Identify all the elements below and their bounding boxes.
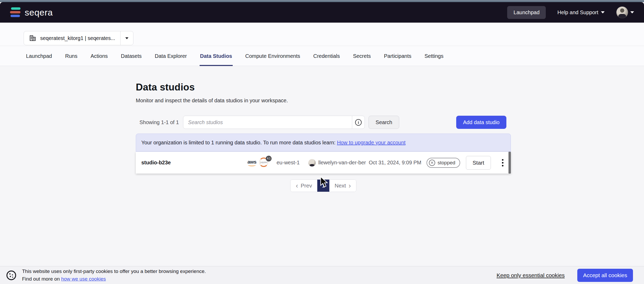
tab-data-studios[interactable]: Data Studios xyxy=(200,46,233,66)
chevron-right-icon: › xyxy=(349,182,351,189)
page-title: Data studios xyxy=(136,66,511,93)
search-button[interactable]: Search xyxy=(368,116,399,129)
launchpad-button[interactable]: Launchpad xyxy=(507,6,546,19)
tab-secrets[interactable]: Secrets xyxy=(352,46,371,66)
cookie-icon xyxy=(6,270,17,281)
chevron-down-icon xyxy=(125,37,128,39)
pagination-page-1[interactable]: 1 xyxy=(317,180,329,192)
limit-banner-text: Your organization is limited to 1 runnin… xyxy=(141,140,337,145)
upgrade-account-link[interactable]: How to upgrade your account xyxy=(337,140,406,145)
organization-dropdown-toggle[interactable] xyxy=(120,31,133,45)
studio-date: Oct 31, 2024, 9:09 PM xyxy=(369,160,427,166)
owner-avatar xyxy=(308,159,316,166)
add-data-studio-button[interactable]: Add data studio xyxy=(456,116,506,129)
start-button[interactable]: Start xyxy=(466,156,491,170)
tab-compute-environments[interactable]: Compute Environments xyxy=(245,46,301,66)
owner-name: llewelyn-van-der-ber xyxy=(318,160,366,166)
search-input[interactable] xyxy=(183,116,352,129)
user-avatar xyxy=(616,6,628,18)
window-top-edge xyxy=(0,0,644,2)
tab-settings[interactable]: Settings xyxy=(424,46,444,66)
main-content: Data studios Monitor and inspect the det… xyxy=(0,66,644,192)
pagination-next-button[interactable]: Next › xyxy=(329,180,356,192)
list-controls: Showing 1-1 of 1 i Search Add data studi… xyxy=(136,116,511,129)
help-and-support-menu[interactable]: Help and Support xyxy=(557,9,605,16)
info-icon: i xyxy=(355,119,362,126)
cookie-policy-link[interactable]: how we use cookies xyxy=(61,276,106,282)
table-scrollbar[interactable] xyxy=(508,152,511,174)
limit-banner: Your organization is limited to 1 runnin… xyxy=(136,134,511,152)
chevron-left-icon: ‹ xyxy=(296,182,298,189)
chevron-down-icon xyxy=(601,11,605,13)
jupyter-version-badge: 4.1 xyxy=(266,156,272,161)
studio-environment-icons: aws jupyter 4.1 xyxy=(247,158,277,168)
jupyter-icon: jupyter 4.1 xyxy=(259,158,269,168)
cookie-banner: This website uses only first-party cooki… xyxy=(0,266,644,284)
cookie-line2: Find out more on how we use cookies xyxy=(22,275,206,283)
help-and-support-label: Help and Support xyxy=(557,9,598,16)
search-info-segment[interactable]: i xyxy=(352,116,365,129)
brand-name: seqera xyxy=(25,7,53,18)
studio-row[interactable]: studio-b23e aws jupyter 4.1 eu-west-1 ll… xyxy=(136,152,511,174)
tab-runs[interactable]: Runs xyxy=(65,46,78,66)
page-subtitle: Monitor and inspect the details of data … xyxy=(136,98,511,104)
tab-participants[interactable]: Participants xyxy=(383,46,412,66)
status-badge: ✕ stopped xyxy=(427,158,460,168)
seqera-logo-icon xyxy=(10,7,21,18)
studio-region: eu-west-1 xyxy=(277,160,308,166)
accept-all-cookies-button[interactable]: Accept all cookies xyxy=(577,269,633,282)
keep-essential-cookies-link[interactable]: Keep only essential cookies xyxy=(497,272,565,278)
studio-status-cell: ✕ stopped xyxy=(427,158,466,168)
aws-icon: aws xyxy=(247,159,256,166)
tab-credentials[interactable]: Credentials xyxy=(313,46,340,66)
tab-datasets[interactable]: Datasets xyxy=(120,46,142,66)
chevron-down-icon xyxy=(630,11,634,13)
organization-icon xyxy=(29,34,37,42)
tab-actions[interactable]: Actions xyxy=(90,46,108,66)
studio-owner: llewelyn-van-der-ber xyxy=(308,159,369,166)
brand[interactable]: seqera xyxy=(10,7,53,18)
stopped-icon: ✕ xyxy=(429,160,435,166)
organization-label: seqeratest_kitorg1 | seqerates... xyxy=(40,35,115,41)
status-label: stopped xyxy=(438,160,455,166)
pagination: ‹ Prev 1 Next › xyxy=(290,179,356,192)
row-options-kebab-icon[interactable] xyxy=(500,158,505,168)
workspace-header: seqeratest_kitorg1 | seqerates... xyxy=(0,23,644,45)
cookie-line1: This website uses only first-party cooki… xyxy=(22,268,206,275)
workspace-tabs: Launchpad Runs Actions Datasets Data Exp… xyxy=(0,46,644,66)
pagination-prev-button[interactable]: ‹ Prev xyxy=(290,180,317,192)
tab-launchpad[interactable]: Launchpad xyxy=(25,46,53,66)
tab-data-explorer[interactable]: Data Explorer xyxy=(154,46,187,66)
search-group: i xyxy=(183,116,365,129)
organization-selector[interactable]: seqeratest_kitorg1 | seqerates... xyxy=(24,31,133,45)
showing-count: Showing 1-1 of 1 xyxy=(139,119,179,125)
user-menu[interactable] xyxy=(616,6,634,18)
studio-name[interactable]: studio-b23e xyxy=(136,160,247,166)
top-navbar: seqera Launchpad Help and Support xyxy=(0,2,644,23)
